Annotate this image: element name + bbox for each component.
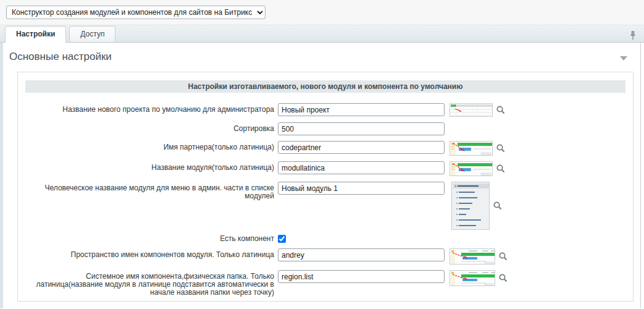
tab-settings[interactable]: Настройки (5, 26, 66, 43)
field-label: Пространство имен компонентов модуля. То… (25, 248, 274, 259)
magnifier-icon[interactable] (496, 106, 505, 114)
has-component-checkbox[interactable] (278, 235, 286, 243)
tab-access[interactable]: Доступ (69, 26, 115, 42)
field-label: Имя партнера(только латиница) (25, 141, 274, 151)
help-screenshot-thumbnail[interactable] (450, 141, 493, 156)
fieldset-legend: Настройки изготавливаемого, нового модул… (25, 80, 625, 93)
component-system-name-input[interactable] (278, 270, 445, 283)
field-label: Есть компонент (25, 232, 274, 243)
form-row-module-title: Человеческое название модуля для меню в … (25, 182, 625, 230)
form-row-has-component: Есть компонент (25, 232, 625, 243)
help-screenshot-thumbnail[interactable] (450, 270, 495, 286)
field-label: Человеческое название модуля для меню в … (25, 182, 274, 200)
module-selector[interactable]: Конструктор создания модулей и компонент… (6, 6, 266, 19)
form-row-namespace: Пространство имен компонентов модуля. То… (25, 248, 625, 265)
topbar: Конструктор создания модулей и компонент… (0, 0, 644, 25)
magnifier-icon[interactable] (493, 201, 502, 210)
form-row-partner-name: Имя партнера(только латиница) (25, 141, 625, 156)
magnifier-icon[interactable] (496, 164, 505, 173)
field-label: Название модуля(только латиница) (25, 161, 274, 172)
magnifier-icon[interactable] (496, 144, 505, 153)
form-row-sort: Сортировка (25, 122, 625, 135)
magnifier-icon[interactable] (499, 252, 508, 261)
sort-input[interactable] (278, 122, 445, 135)
partner-name-input[interactable] (278, 141, 445, 154)
section-header: Основные настройки (3, 43, 640, 70)
magnifier-icon[interactable] (499, 274, 508, 282)
field-label: Системное имя компонента,физическая папк… (25, 270, 274, 297)
form-row-project-name: Название нового проекта по умолчанию для… (25, 103, 625, 117)
module-title-input[interactable] (278, 182, 445, 195)
namespace-input[interactable] (278, 248, 445, 261)
field-label: Сортировка (25, 122, 274, 133)
chevron-down-icon[interactable] (620, 56, 627, 61)
help-screenshot-thumbnail[interactable] (450, 248, 495, 265)
field-label: Название нового проекта по умолчанию для… (25, 103, 274, 114)
settings-fieldset: Настройки изготавливаемого, нового модул… (17, 72, 634, 302)
page-title: Основные настройки (9, 51, 112, 62)
tab-strip: Настройки Доступ (0, 25, 644, 43)
settings-content: Основные настройки Настройки изготавлива… (0, 43, 641, 308)
form-row-component-system-name: Системное имя компонента,физическая папк… (25, 270, 625, 297)
help-screenshot-thumbnail[interactable] (450, 103, 493, 117)
project-name-input[interactable] (278, 103, 445, 116)
pin-icon[interactable] (629, 30, 637, 40)
module-name-input[interactable] (278, 161, 445, 174)
help-screenshot-thumbnail[interactable] (451, 182, 490, 230)
form-row-module-name: Название модуля(только латиница) (25, 161, 625, 176)
help-screenshot-thumbnail[interactable] (450, 161, 493, 176)
